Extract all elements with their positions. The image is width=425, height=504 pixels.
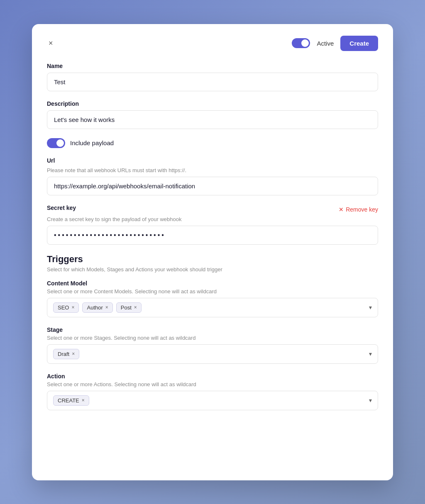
create-button[interactable]: Create [340,36,378,51]
stage-chevron-icon: ▾ [369,351,372,357]
url-hint: Please note that all webhook URLs must s… [47,167,378,173]
action-tags: CREATE × [53,395,89,406]
stage-section: Stage Select one or more Stages. Selecti… [47,326,378,364]
secret-key-input[interactable] [47,226,378,245]
modal-container: × Active Create Name Description Include… [32,24,393,480]
content-model-select[interactable]: SEO × Author × Post × ▾ [47,298,378,317]
url-section: Url Please note that all webhook URLs mu… [47,157,378,195]
stage-tags: Draft × [53,349,79,359]
description-section: Description [47,100,378,129]
active-label: Active [317,40,334,47]
close-button[interactable]: × [47,38,55,49]
secret-key-hint: Create a secret key to sign the payload … [47,216,378,222]
payload-toggle[interactable] [47,138,65,148]
action-section: Action Select one or more Actions. Selec… [47,373,378,410]
tag-post-remove[interactable]: × [134,305,137,310]
tag-post-label: Post [121,304,132,311]
tag-seo: SEO × [53,302,79,313]
tag-seo-remove[interactable]: × [71,305,74,310]
stage-select[interactable]: Draft × ▾ [47,344,378,364]
content-model-label: Content Model [47,280,378,287]
tag-create-remove[interactable]: × [82,398,85,403]
payload-toggle-slider [47,138,65,148]
action-hint: Select one or more Actions. Selecting no… [47,381,378,387]
tag-author: Author × [82,302,112,313]
action-select[interactable]: CREATE × ▾ [47,391,378,410]
remove-key-button[interactable]: ✕ Remove key [339,206,378,213]
active-toggle[interactable] [292,38,310,48]
tag-create-label: CREATE [58,397,79,404]
tag-draft-remove[interactable]: × [72,351,75,356]
x-red-icon: ✕ [339,206,344,213]
description-input[interactable] [47,110,378,129]
name-label: Name [47,63,378,69]
url-input[interactable] [47,177,378,195]
payload-row: Include payload [47,138,378,148]
content-model-tags: SEO × Author × Post × [53,302,142,313]
tag-draft-label: Draft [58,351,69,357]
name-section: Name [47,63,378,91]
tag-author-label: Author [87,304,103,311]
secret-key-header: Secret key ✕ Remove key [47,205,378,214]
header-right: Active Create [292,36,378,51]
modal-header: × Active Create [47,36,378,51]
url-label: Url [47,157,378,164]
tag-seo-label: SEO [58,304,69,311]
remove-key-label: Remove key [346,206,378,213]
triggers-hint: Select for which Models, Stages and Acti… [47,266,378,273]
content-model-section: Content Model Select one or more Content… [47,280,378,317]
tag-create: CREATE × [53,395,89,406]
description-label: Description [47,100,378,107]
payload-label: Include payload [70,139,114,146]
tag-post: Post × [116,302,142,313]
stage-label: Stage [47,326,378,333]
triggers-section: Triggers Select for which Models, Stages… [47,254,378,410]
secret-key-label: Secret key [47,205,76,211]
action-label: Action [47,373,378,380]
toggle-slider [292,38,310,48]
action-chevron-icon: ▾ [369,397,372,404]
secret-key-section: Secret key ✕ Remove key Create a secret … [47,205,378,245]
stage-hint: Select one or more Stages. Selecting non… [47,335,378,341]
triggers-title: Triggers [47,254,378,265]
name-input[interactable] [47,73,378,91]
tag-author-remove[interactable]: × [105,305,108,310]
content-model-hint: Select one or more Content Models. Selec… [47,288,378,295]
tag-draft: Draft × [53,349,79,359]
content-model-chevron-icon: ▾ [369,304,372,311]
